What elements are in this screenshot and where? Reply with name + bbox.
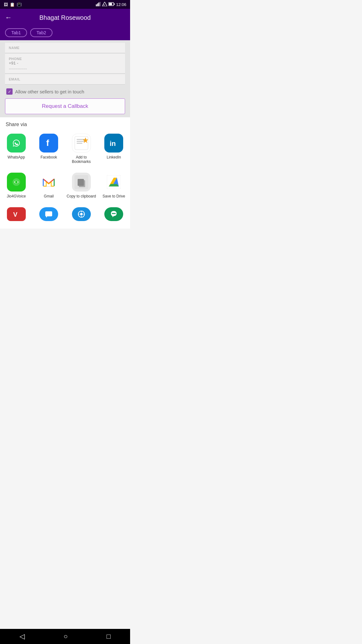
vid-icon: V — [7, 207, 26, 221]
svg-rect-2 — [98, 3, 99, 6]
svg-rect-1 — [97, 3, 98, 6]
svg-rect-38 — [45, 211, 52, 216]
battery-icon — [108, 2, 115, 7]
share-item-hangouts[interactable] — [98, 203, 130, 229]
time-display: 12:06 — [116, 2, 126, 7]
email-field[interactable]: EMAIL — [5, 74, 125, 85]
share-row-1: WhatsApp f Facebook — [0, 130, 130, 169]
svg-point-48 — [112, 213, 113, 214]
gmail-label: Gmail — [44, 194, 54, 198]
phone-label: PHONE — [9, 57, 121, 61]
back-button[interactable]: ← — [5, 14, 12, 22]
phone-value: +91 - — [9, 61, 121, 65]
svg-point-42 — [80, 213, 83, 215]
share-item-whatsapp[interactable]: WhatsApp — [0, 130, 33, 169]
signal-icon — [96, 2, 101, 7]
svg-rect-0 — [96, 4, 97, 6]
checkmark-icon: ✓ — [8, 89, 11, 94]
clipboard-icon: 📋 — [10, 2, 15, 7]
share-sheet: Share via WhatsApp f Facebook — [0, 117, 130, 229]
whatsapp-icon — [7, 134, 26, 153]
share-item-jio[interactable]: Jio4GVoice — [0, 169, 33, 203]
facebook-icon: f — [39, 134, 58, 153]
top-bar: ← Bhagat Rosewood — [0, 9, 130, 26]
svg-point-9 — [10, 137, 22, 149]
hangouts-icon — [104, 207, 123, 221]
svg-rect-8 — [109, 3, 112, 5]
share-item-vid[interactable]: V — [0, 203, 33, 229]
linkedin-label: LinkedIn — [107, 155, 121, 159]
name-field[interactable]: NAME — [5, 43, 125, 53]
svg-text:in: in — [110, 140, 116, 147]
phone-dots: ................ — [9, 65, 121, 70]
checkbox-icon: ✓ — [6, 88, 13, 95]
tab-2[interactable]: Tab2 — [30, 28, 52, 37]
svg-text:V: V — [13, 211, 18, 218]
svg-text:f: f — [46, 138, 49, 148]
share-item-facebook[interactable]: f Facebook — [33, 130, 65, 169]
share-item-drive[interactable]: Save to Drive — [98, 169, 130, 203]
callback-button[interactable]: Request a Callback — [5, 98, 125, 114]
form-area: NAME PHONE +91 - ................ EMAIL … — [0, 40, 130, 117]
email-label: EMAIL — [9, 77, 121, 81]
share-row-2: Jio4GVoice — [0, 169, 130, 203]
share-row-3: V — [0, 203, 130, 229]
share-via-label: Share via — [0, 117, 130, 130]
svg-rect-26 — [78, 179, 84, 186]
status-bar-right: R 12:06 — [96, 2, 126, 7]
clipboard-copy-icon — [72, 173, 91, 192]
svg-point-21 — [15, 181, 18, 183]
whatsapp-label: WhatsApp — [8, 155, 25, 159]
findmy-icon — [72, 207, 91, 221]
share-item-bookmarks[interactable]: Add to Bookmarks — [65, 130, 98, 169]
facebook-label: Facebook — [41, 155, 57, 159]
svg-point-50 — [114, 213, 116, 214]
share-item-messages[interactable] — [33, 203, 65, 229]
svg-rect-3 — [100, 2, 101, 6]
name-label: NAME — [9, 46, 121, 50]
clipboard-label: Copy to clipboard — [67, 194, 96, 198]
tabs-row: Tab1 Tab2 — [0, 26, 130, 40]
bookmarks-icon — [72, 134, 91, 153]
messages-icon — [39, 207, 58, 221]
checkbox-row[interactable]: ✓ Allow other sellers to get in touch — [5, 85, 125, 98]
svg-rect-7 — [114, 3, 115, 5]
checkbox-label: Allow other sellers to get in touch — [15, 89, 84, 94]
linkedin-icon: in — [104, 134, 123, 153]
jio-label: Jio4GVoice — [7, 194, 26, 198]
page-title: Bhagat Rosewood — [39, 14, 90, 21]
bookmarks-label: Add to Bookmarks — [66, 155, 96, 164]
jio-icon — [7, 173, 26, 192]
svg-text:R: R — [103, 4, 105, 6]
status-bar-left: 🖼 📋 📳 — [4, 2, 22, 7]
tab-1[interactable]: Tab1 — [5, 28, 27, 37]
drive-icon — [104, 173, 123, 192]
share-item-findmy[interactable] — [65, 203, 98, 229]
status-bar: 🖼 📋 📳 R 12:06 — [0, 0, 130, 9]
network-icon: R — [102, 2, 107, 7]
share-item-clipboard[interactable]: Copy to clipboard — [65, 169, 98, 203]
share-item-linkedin[interactable]: in LinkedIn — [98, 130, 130, 169]
drive-label: Save to Drive — [102, 194, 125, 198]
photo-icon: 🖼 — [4, 2, 8, 7]
gmail-icon — [39, 173, 58, 192]
vibrate-icon: 📳 — [17, 2, 22, 7]
svg-rect-15 — [77, 143, 82, 144]
share-item-gmail[interactable]: Gmail — [33, 169, 65, 203]
phone-field[interactable]: PHONE +91 - ................ — [5, 54, 125, 74]
svg-point-49 — [113, 213, 114, 214]
